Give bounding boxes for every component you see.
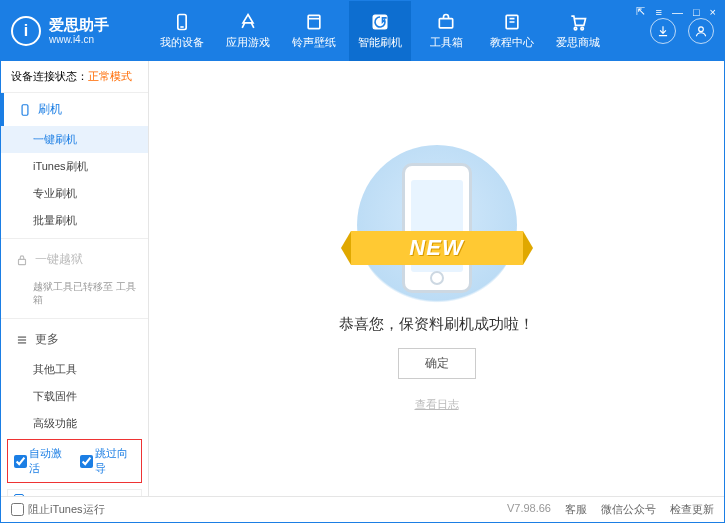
toolbox-icon xyxy=(436,12,456,32)
version-label: V7.98.66 xyxy=(507,502,551,517)
list-icon xyxy=(15,333,29,347)
nav-flash[interactable]: 智能刷机 xyxy=(349,1,411,61)
refresh-icon xyxy=(370,12,390,32)
user-button[interactable] xyxy=(688,18,714,44)
device-card[interactable]: iPhone 12 mini 64GB Down-12mini-13,1 xyxy=(7,489,142,496)
sidebar-item-batch-flash[interactable]: 批量刷机 xyxy=(1,207,148,234)
sidebar-item-pro-flash[interactable]: 专业刷机 xyxy=(1,180,148,207)
bottombar: 阻止iTunes运行 V7.98.66 客服 微信公众号 检查更新 xyxy=(1,496,724,522)
wallpaper-icon xyxy=(304,12,324,32)
app-logo: i 爱思助手 www.i4.cn xyxy=(11,16,151,46)
main-nav: 我的设备 应用游戏 铃声壁纸 智能刷机 工具箱 教程中心 爱思商城 xyxy=(151,1,642,61)
book-icon xyxy=(502,12,522,32)
phone-icon xyxy=(18,103,32,117)
svg-rect-4 xyxy=(439,19,452,28)
connection-status: 设备连接状态：正常模式 xyxy=(1,61,148,93)
success-illustration: NEW xyxy=(357,145,517,305)
download-button[interactable] xyxy=(650,18,676,44)
nav-tutorials[interactable]: 教程中心 xyxy=(481,1,543,61)
sidebar: 设备连接状态：正常模式 刷机 一键刷机 iTunes刷机 专业刷机 批量刷机 一… xyxy=(1,61,149,496)
apps-icon xyxy=(238,12,258,32)
user-icon xyxy=(694,24,708,38)
checkbox-block-itunes[interactable]: 阻止iTunes运行 xyxy=(11,502,105,517)
menu-icon[interactable]: ≡ xyxy=(655,6,661,18)
sidebar-item-itunes-flash[interactable]: iTunes刷机 xyxy=(1,153,148,180)
nav-store[interactable]: 爱思商城 xyxy=(547,1,609,61)
titlebar: ⇱ ≡ — □ × i 爱思助手 www.i4.cn 我的设备 应用游戏 铃声壁… xyxy=(1,1,724,61)
svg-rect-9 xyxy=(22,104,28,115)
options-highlight-box: 自动激活 跳过向导 xyxy=(7,439,142,483)
sidebar-section-more[interactable]: 更多 xyxy=(1,323,148,356)
cart-icon xyxy=(568,12,588,32)
app-title: 爱思助手 xyxy=(49,17,109,34)
app-url: www.i4.cn xyxy=(49,34,109,45)
sidebar-item-advanced[interactable]: 高级功能 xyxy=(1,410,148,437)
link-check-update[interactable]: 检查更新 xyxy=(670,502,714,517)
sidebar-item-download-firmware[interactable]: 下载固件 xyxy=(1,383,148,410)
success-message: 恭喜您，保资料刷机成功啦！ xyxy=(339,315,534,334)
ok-button[interactable]: 确定 xyxy=(398,348,476,379)
svg-point-8 xyxy=(699,27,704,32)
nav-apps[interactable]: 应用游戏 xyxy=(217,1,279,61)
view-log-link[interactable]: 查看日志 xyxy=(415,397,459,412)
new-banner: NEW xyxy=(351,231,523,265)
link-support[interactable]: 客服 xyxy=(565,502,587,517)
minimize-icon[interactable]: — xyxy=(672,6,683,18)
nav-my-device[interactable]: 我的设备 xyxy=(151,1,213,61)
nav-ringtones[interactable]: 铃声壁纸 xyxy=(283,1,345,61)
main-content: NEW 恭喜您，保资料刷机成功啦！ 确定 查看日志 xyxy=(149,61,724,496)
link-wechat[interactable]: 微信公众号 xyxy=(601,502,656,517)
window-controls: ⇱ ≡ — □ × xyxy=(636,5,716,18)
svg-rect-10 xyxy=(19,259,26,264)
nav-toolbox[interactable]: 工具箱 xyxy=(415,1,477,61)
close-icon[interactable]: × xyxy=(710,6,716,18)
phone-icon xyxy=(172,12,192,32)
logo-icon: i xyxy=(11,16,41,46)
sidebar-section-flash[interactable]: 刷机 xyxy=(1,93,148,126)
lock-icon xyxy=(15,253,29,267)
restore-icon[interactable]: □ xyxy=(693,6,700,18)
svg-point-7 xyxy=(581,27,584,29)
checkbox-auto-activate[interactable]: 自动激活 xyxy=(14,446,70,476)
svg-point-6 xyxy=(574,27,577,29)
user-area xyxy=(650,18,714,44)
svg-rect-2 xyxy=(308,15,320,28)
sidebar-item-other-tools[interactable]: 其他工具 xyxy=(1,356,148,383)
download-icon xyxy=(656,24,670,38)
sidebar-section-jailbreak[interactable]: 一键越狱 xyxy=(1,243,148,276)
pin-icon[interactable]: ⇱ xyxy=(636,5,645,18)
checkbox-skip-guide[interactable]: 跳过向导 xyxy=(80,446,136,476)
sidebar-item-oneclick-flash[interactable]: 一键刷机 xyxy=(1,126,148,153)
jailbreak-note: 越狱工具已转移至 工具箱 xyxy=(33,280,138,306)
